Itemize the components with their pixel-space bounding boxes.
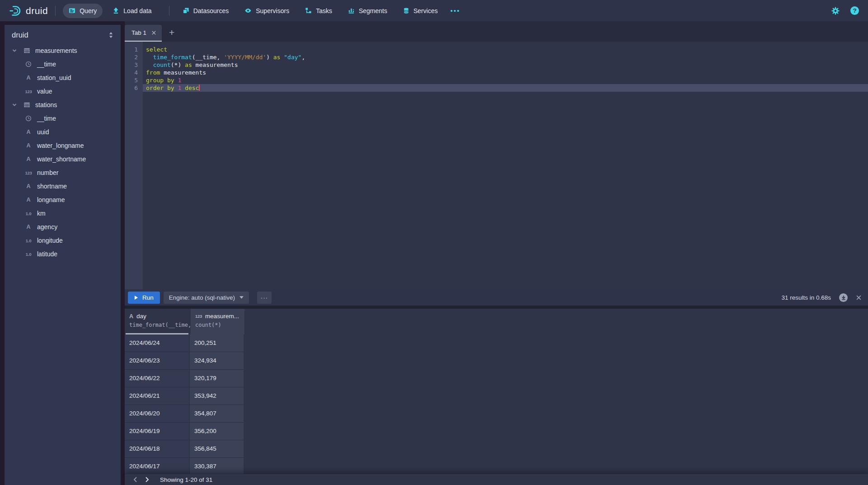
cell-measurements[interactable]: 354,807	[190, 405, 244, 423]
help-icon[interactable]: ?	[850, 6, 859, 15]
code-line-3[interactable]: count(*) as measurements	[143, 61, 868, 69]
tab-close-icon[interactable]	[151, 30, 156, 35]
tree-item-water-shortname[interactable]: Awater_shortname	[5, 152, 121, 166]
time-icon	[23, 61, 33, 67]
column-header-measurements[interactable]: 123 measurem... count(*)	[191, 309, 244, 334]
cell-measurements[interactable]: 320,179	[190, 370, 244, 387]
schema-name: druid	[12, 31, 28, 39]
number-icon: 123	[23, 170, 33, 175]
table-row: 2024/06/17330,387	[125, 458, 868, 474]
tree-item-value[interactable]: 123value	[5, 85, 121, 98]
sql-editor[interactable]: 123456 select time_format(__time, 'YYYY/…	[125, 42, 868, 289]
cell-day[interactable]: 2024/06/20	[125, 405, 190, 423]
tree-item-label: agency	[37, 223, 57, 231]
tree-item-shortname[interactable]: Ashortname	[5, 179, 121, 193]
nav-item-tasks[interactable]: Tasks	[299, 4, 338, 18]
schema-selector[interactable]: druid	[5, 25, 121, 44]
tree-item-water-longname[interactable]: Awater_longname	[5, 139, 121, 152]
tree-item-stations[interactable]: stations	[5, 98, 121, 112]
nav-item-services[interactable]: Services	[397, 4, 444, 18]
download-icon[interactable]	[839, 293, 848, 302]
tree-item-longitude[interactable]: 1.0longitude	[5, 234, 121, 247]
cell-measurements[interactable]: 324,934	[190, 352, 244, 370]
float-icon: 1.0	[23, 211, 33, 216]
tree-item-label: number	[37, 169, 58, 176]
code-line-4[interactable]: from measurements	[143, 69, 868, 76]
prev-page-icon[interactable]	[129, 474, 141, 485]
schema-sidebar: druid measurements__timeAstation_uuid123…	[5, 25, 121, 485]
cell-day[interactable]: 2024/06/23	[125, 352, 190, 370]
results-rows: 2024/06/24200,2512024/06/23324,9342024/0…	[125, 334, 868, 474]
tree-item-latitude[interactable]: 1.0latitude	[5, 247, 121, 261]
next-page-icon[interactable]	[141, 474, 153, 485]
cell-day[interactable]: 2024/06/17	[125, 458, 190, 474]
tree-item--time[interactable]: __time	[5, 57, 121, 71]
number-icon: 123	[23, 89, 33, 94]
nav-item-load-data[interactable]: Load data	[107, 4, 157, 18]
run-button[interactable]: Run	[128, 292, 160, 304]
nav-item-label: Query	[80, 7, 97, 14]
tree-item--time[interactable]: __time	[5, 112, 121, 125]
string-icon: A	[23, 183, 33, 189]
code-line-6[interactable]: order by 1 desc	[143, 84, 868, 92]
number-type-icon: 123	[195, 314, 202, 319]
druid-logo[interactable]: druid	[9, 5, 48, 17]
tree-item-station-uuid[interactable]: Astation_uuid	[5, 71, 121, 85]
datasources-icon	[183, 7, 189, 14]
table-row: 2024/06/23324,934	[125, 352, 868, 370]
cell-measurements[interactable]: 200,251	[190, 334, 244, 352]
tree-item-number[interactable]: 123number	[5, 166, 121, 179]
query-more-button[interactable]: ···	[257, 292, 272, 304]
druid-logo-icon	[9, 5, 22, 17]
cell-day[interactable]: 2024/06/19	[125, 423, 190, 440]
sql-code[interactable]: select time_format(__time, 'YYYY/MM/dd')…	[143, 42, 868, 92]
tab-tab1[interactable]: Tab 1	[125, 25, 162, 42]
cell-day[interactable]: 2024/06/22	[125, 370, 190, 387]
tree-item-km[interactable]: 1.0km	[5, 207, 121, 220]
text-cursor	[199, 85, 200, 91]
supervisors-icon	[244, 7, 252, 14]
chevron-down-icon[interactable]	[12, 48, 18, 53]
engine-select[interactable]: Engine: auto (sql-native)	[164, 292, 249, 304]
nav-item-datasources[interactable]: Datasources	[177, 4, 235, 18]
nav-item-query[interactable]: Query	[63, 4, 103, 18]
services-icon	[403, 7, 409, 14]
chevron-down-icon[interactable]	[12, 102, 18, 108]
panel-divider[interactable]	[125, 306, 868, 309]
gear-icon[interactable]	[831, 7, 840, 15]
cell-measurements[interactable]: 356,845	[190, 440, 244, 458]
close-results-icon[interactable]	[856, 295, 862, 301]
column-header-day[interactable]: A day time_format(__time, …	[125, 309, 191, 334]
nav-more-button[interactable]: •••	[448, 7, 463, 14]
time-icon	[23, 115, 33, 122]
nav-item-supervisors[interactable]: Supervisors	[239, 4, 295, 18]
cell-day[interactable]: 2024/06/18	[125, 440, 190, 458]
cell-measurements[interactable]: 353,942	[190, 387, 244, 405]
tree-item-uuid[interactable]: Auuid	[5, 125, 121, 139]
new-tab-button[interactable]: +	[169, 27, 174, 38]
cell-measurements[interactable]: 330,387	[190, 458, 244, 474]
tree-item-label: __time	[37, 61, 56, 68]
load-data-icon	[113, 7, 119, 14]
tree-item-longname[interactable]: Alongname	[5, 193, 121, 207]
cell-measurements[interactable]: 356,200	[190, 423, 244, 440]
string-icon: A	[23, 197, 33, 203]
nav-right: ?	[831, 6, 859, 15]
code-line-2[interactable]: time_format(__time, 'YYYY/MM/dd') as "da…	[143, 53, 868, 61]
nav-item-segments[interactable]: Segments	[342, 4, 393, 18]
string-icon: A	[23, 129, 33, 135]
cell-day[interactable]: 2024/06/24	[125, 334, 190, 352]
nav-items: QueryLoad dataDatasourcesSupervisorsTask…	[63, 4, 447, 18]
showing-text: Showing 1-20 of 31	[160, 476, 212, 483]
column-expression: count(*)	[195, 322, 244, 328]
double-caret-icon	[108, 32, 113, 38]
results-info: 31 results in 0.68s	[781, 294, 831, 301]
nav-item-label: Segments	[359, 7, 387, 14]
code-line-1[interactable]: select	[143, 46, 868, 53]
tree-item-agency[interactable]: Aagency	[5, 220, 121, 234]
pagination-footer: Showing 1-20 of 31	[125, 474, 868, 485]
tree-item-measurements[interactable]: measurements	[5, 44, 121, 57]
code-line-5[interactable]: group by 1	[143, 76, 868, 84]
cell-day[interactable]: 2024/06/21	[125, 387, 190, 405]
caret-down-icon	[239, 296, 244, 299]
